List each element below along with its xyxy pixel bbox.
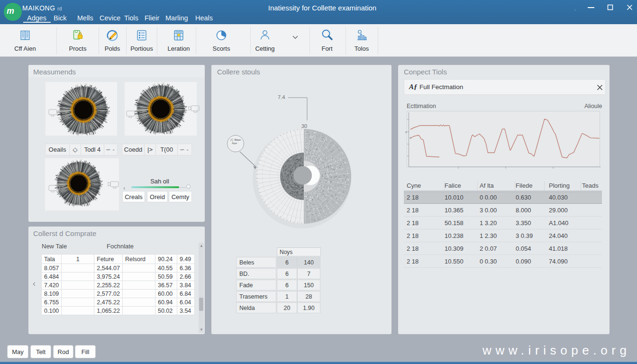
svg-text:8: 8 xyxy=(405,131,407,134)
